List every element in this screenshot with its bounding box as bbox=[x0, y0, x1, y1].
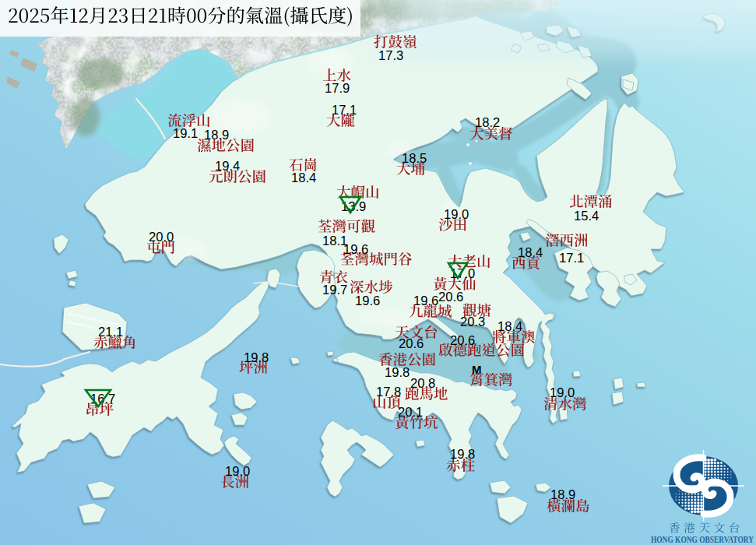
svg-text:17.1: 17.1 bbox=[332, 103, 357, 118]
svg-text:18.4: 18.4 bbox=[291, 171, 316, 185]
svg-text:19.8: 19.8 bbox=[385, 365, 410, 380]
svg-text:19.8: 19.8 bbox=[450, 447, 475, 462]
svg-text:M: M bbox=[472, 363, 482, 376]
svg-text:20.8: 20.8 bbox=[410, 376, 435, 391]
svg-text:19.8: 19.8 bbox=[244, 350, 269, 365]
svg-text:19.7: 19.7 bbox=[322, 283, 347, 297]
svg-text:19.6: 19.6 bbox=[413, 294, 438, 308]
svg-text:17.8: 17.8 bbox=[376, 385, 401, 399]
svg-text:17.1: 17.1 bbox=[559, 251, 584, 265]
svg-text:20.3: 20.3 bbox=[460, 315, 485, 329]
svg-text:18.4: 18.4 bbox=[498, 319, 522, 334]
svg-text:20.6: 20.6 bbox=[399, 336, 424, 351]
svg-text:20.0: 20.0 bbox=[149, 230, 174, 244]
svg-text:19.4: 19.4 bbox=[215, 159, 240, 174]
svg-text:18.4: 18.4 bbox=[518, 245, 543, 260]
svg-text:19.0: 19.0 bbox=[444, 207, 469, 222]
svg-text:21.1: 21.1 bbox=[98, 325, 123, 339]
svg-text:20.1: 20.1 bbox=[398, 405, 423, 420]
svg-text:19.6: 19.6 bbox=[355, 294, 380, 308]
svg-text:17.9: 17.9 bbox=[325, 81, 350, 96]
svg-text:20.6: 20.6 bbox=[438, 290, 463, 304]
svg-text:17.3: 17.3 bbox=[378, 48, 403, 63]
svg-text:15.4: 15.4 bbox=[574, 209, 599, 223]
svg-text:19.6: 19.6 bbox=[343, 242, 368, 257]
svg-text:19.0: 19.0 bbox=[225, 464, 250, 479]
svg-text:18.5: 18.5 bbox=[402, 151, 427, 166]
svg-text:19.1: 19.1 bbox=[173, 126, 198, 141]
svg-text:18.2: 18.2 bbox=[475, 115, 500, 130]
svg-text:18.9: 18.9 bbox=[550, 487, 575, 502]
svg-text:HONG KONG OBSERVATORY: HONG KONG OBSERVATORY bbox=[651, 534, 754, 545]
svg-text:20.6: 20.6 bbox=[450, 333, 475, 348]
svg-text:19.0: 19.0 bbox=[550, 385, 575, 400]
svg-text:18.9: 18.9 bbox=[204, 128, 229, 142]
